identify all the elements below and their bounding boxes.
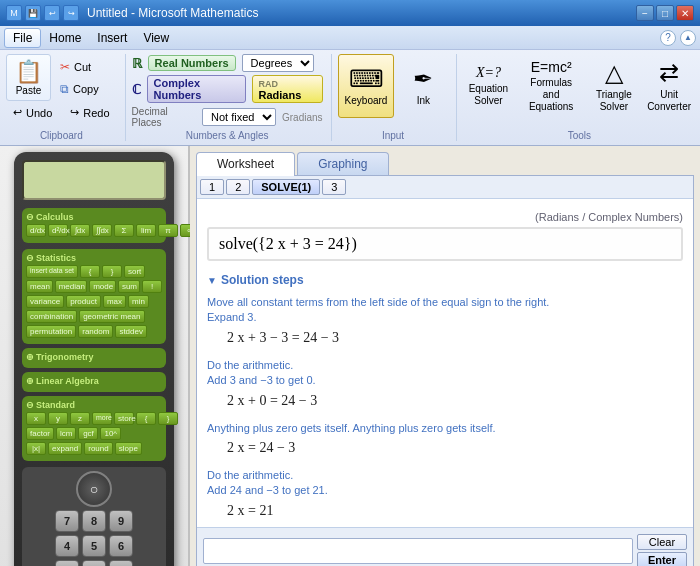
calc-double-integral-btn[interactable]: ∫∫dx — [92, 224, 112, 237]
calc-pi-btn[interactable]: π — [158, 224, 178, 237]
num-1[interactable]: 1 — [55, 560, 79, 566]
expression-input[interactable] — [203, 538, 633, 564]
num-8[interactable]: 8 — [82, 510, 106, 532]
step-4-instruction: Do the arithmetic. Add 24 and −3 to get … — [207, 468, 683, 499]
abs-btn[interactable]: |x| — [26, 442, 46, 455]
variance-btn[interactable]: variance — [26, 295, 64, 308]
quick-undo-icon[interactable]: ↩ — [44, 5, 60, 21]
menu-view[interactable]: View — [135, 28, 177, 48]
mean-btn[interactable]: mean — [26, 280, 53, 293]
nav-circle[interactable]: ○ — [76, 471, 112, 507]
sort-btn[interactable]: sort — [124, 265, 145, 278]
minimize-ribbon-icon[interactable]: ▲ — [680, 30, 696, 46]
complex-icon: ℂ — [132, 82, 141, 97]
x-btn[interactable]: x — [26, 412, 46, 425]
enter-button[interactable]: Enter — [637, 552, 687, 566]
ink-button[interactable]: ✒ Ink — [398, 54, 448, 118]
stddev-btn[interactable]: stddev — [115, 325, 147, 338]
menu-home[interactable]: Home — [41, 28, 89, 48]
lcm-btn[interactable]: lcm — [56, 427, 76, 440]
round-btn[interactable]: round — [84, 442, 112, 455]
clear-button[interactable]: Clear — [637, 534, 687, 550]
la-collapse-icon[interactable]: ⊕ — [26, 376, 34, 386]
std-collapse-icon[interactable]: ⊖ — [26, 400, 34, 410]
gcf-btn[interactable]: gcf — [78, 427, 98, 440]
ws-btn-1[interactable]: 1 — [200, 179, 224, 195]
y-btn[interactable]: y — [48, 412, 68, 425]
brace-open-btn[interactable]: { — [80, 265, 100, 278]
triangle-solver-button[interactable]: △ Triangle Solver — [589, 54, 639, 118]
ws-btn-solve[interactable]: SOLVE(1) — [252, 179, 320, 195]
close-button[interactable]: ✕ — [676, 5, 694, 21]
degrees-select[interactable]: Degrees — [242, 54, 314, 72]
num-6[interactable]: 6 — [109, 535, 133, 557]
undo-button[interactable]: ↩ Undo — [6, 103, 59, 122]
quick-save-icon[interactable]: 💾 — [25, 5, 41, 21]
num-4[interactable]: 4 — [55, 535, 79, 557]
store-var-btn[interactable]: store — [114, 412, 134, 425]
menu-insert[interactable]: Insert — [89, 28, 135, 48]
permutation-btn[interactable]: permutation — [26, 325, 76, 338]
complex-numbers-badge[interactable]: Complex Numbers — [147, 75, 246, 103]
max-btn[interactable]: max — [103, 295, 126, 308]
median-btn[interactable]: median — [55, 280, 88, 293]
sum-btn[interactable]: sum — [118, 280, 140, 293]
unit-converter-button[interactable]: ⇄ Unit Converter — [643, 54, 695, 118]
calc-deriv-btn[interactable]: d/dx — [26, 224, 46, 237]
equation-solver-button[interactable]: X=? Equation Solver — [463, 54, 513, 118]
factorial-btn[interactable]: ! — [142, 280, 162, 293]
random-btn[interactable]: random — [78, 325, 113, 338]
expand-btn[interactable]: expand — [48, 442, 82, 455]
stats-collapse-icon[interactable]: ⊖ — [26, 253, 34, 263]
mode-btn[interactable]: mode — [89, 280, 116, 293]
radians-button[interactable]: RAD Radians — [252, 75, 323, 103]
solution-collapse-icon[interactable]: ▼ — [207, 275, 217, 286]
collapse-icon[interactable]: ⊖ — [26, 212, 34, 222]
factor-btn[interactable]: factor — [26, 427, 54, 440]
formulas-button[interactable]: E=mc² Formulas and Equations — [517, 54, 584, 118]
ws-btn-3[interactable]: 3 — [322, 179, 346, 195]
num-7[interactable]: 7 — [55, 510, 79, 532]
worksheet-tab[interactable]: Worksheet — [196, 152, 295, 176]
calc-sigma-btn[interactable]: Σ — [114, 224, 134, 237]
trig-collapse-icon[interactable]: ⊕ — [26, 352, 34, 362]
redo-button[interactable]: ↪ Redo — [63, 103, 116, 122]
calc-deriv2-btn[interactable]: d²/dx² — [48, 224, 68, 237]
num-3[interactable]: 3 — [109, 560, 133, 566]
z-btn[interactable]: z — [70, 412, 90, 425]
keyboard-icon: ⌨ — [349, 65, 384, 93]
menu-file[interactable]: File — [4, 28, 41, 48]
maximize-button[interactable]: □ — [656, 5, 674, 21]
quick-redo-icon[interactable]: ↪ — [63, 5, 79, 21]
num-9[interactable]: 9 — [109, 510, 133, 532]
paste-button[interactable]: 📋 Paste — [6, 54, 51, 101]
decimal-places-select[interactable]: Not fixed — [202, 108, 276, 126]
geomean-btn[interactable]: geometric mean — [79, 310, 144, 323]
numpad-section: ○ 7 8 9 4 5 6 1 2 3 Store — [22, 467, 166, 566]
copy-button[interactable]: ⧉ Copy — [53, 79, 106, 99]
keyboard-button[interactable]: ⌨ Keyboard — [338, 54, 395, 118]
combination-btn[interactable]: combination — [26, 310, 77, 323]
complex-numbers-row: ℂ Complex Numbers RAD Radians — [132, 75, 323, 103]
insert-data-btn[interactable]: insert data set — [26, 265, 78, 278]
more-vars-btn[interactable]: more vars — [92, 412, 112, 425]
minimize-button[interactable]: − — [636, 5, 654, 21]
brace-open2-btn[interactable]: { — [136, 412, 156, 425]
help-icon[interactable]: ? — [660, 30, 676, 46]
right-panel: Worksheet Graphing 1 2 SOLVE(1) 3 (Radia… — [190, 146, 700, 566]
calc-integral-btn[interactable]: ∫dx — [70, 224, 90, 237]
num-2[interactable]: 2 — [82, 560, 106, 566]
brace-close2-btn[interactable]: } — [158, 412, 178, 425]
real-numbers-badge[interactable]: Real Numbers — [148, 55, 236, 71]
ws-btn-2[interactable]: 2 — [226, 179, 250, 195]
product-btn[interactable]: product — [66, 295, 101, 308]
cut-button[interactable]: ✂ Cut — [53, 57, 106, 77]
statistics-section: ⊖ Statistics insert data set { } sort me… — [22, 249, 166, 344]
graphing-tab[interactable]: Graphing — [297, 152, 388, 175]
calc-lim-btn[interactable]: lim — [136, 224, 156, 237]
slope-btn[interactable]: slope — [115, 442, 142, 455]
num-5[interactable]: 5 — [82, 535, 106, 557]
power10-btn[interactable]: 10^ — [100, 427, 121, 440]
brace-close-btn[interactable]: } — [102, 265, 122, 278]
min-btn[interactable]: min — [128, 295, 149, 308]
